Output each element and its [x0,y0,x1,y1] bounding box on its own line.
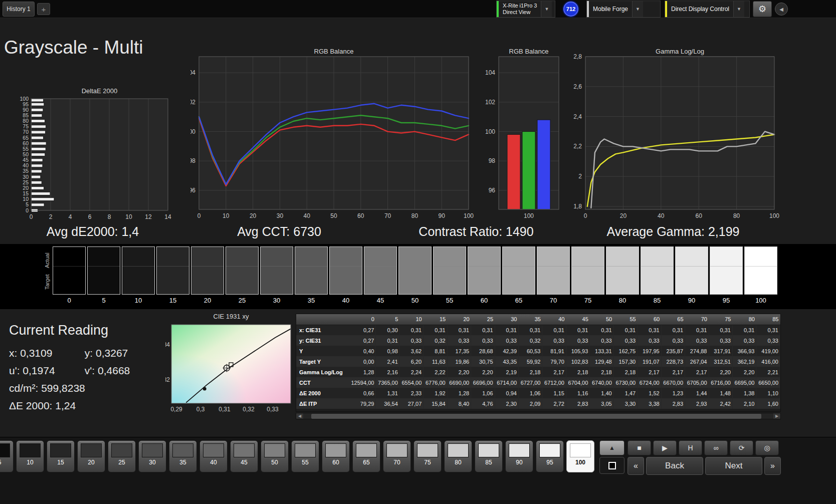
grayscale-swatch-strip: Actual Target 05101520253035404550556065… [0,244,836,309]
transport-refresh-button[interactable]: ⟳ [730,440,753,455]
pattern-button-50[interactable]: 50 [261,440,289,472]
swatch-level-label: 100 [744,297,777,304]
table-cell: 6695,00 [732,377,756,388]
table-cell: 6727,00 [519,377,542,388]
scrollbar-thumb[interactable] [311,414,761,419]
table-cell: 197,95 [638,346,661,356]
svg-text:20: 20 [250,212,257,219]
table-cell: 0,31 [756,325,780,335]
transport-continuous-button[interactable]: ∞ [704,440,728,455]
pattern-button-25[interactable]: 25 [108,440,136,472]
pattern-scroll-up-button[interactable]: ▲ [599,440,624,455]
actual-patch [399,247,431,267]
gray-swatch-75: 75 [571,246,604,304]
table-cell: 0,31 [399,325,423,335]
back-button[interactable]: Back [646,457,703,475]
collapse-button[interactable]: ◀ [775,3,788,16]
pattern-button-40[interactable]: 40 [199,440,228,472]
target-patch [261,267,293,294]
swatch-patch [156,246,189,295]
table-row: Gamma Log/Log1,282,162,242,222,202,202,1… [296,367,780,377]
table-cell: 6712,00 [542,377,566,388]
pattern-button-100[interactable]: 100 [566,440,594,472]
swatch-patch [226,246,259,295]
add-tab-button[interactable]: + [37,3,50,15]
gray-swatch-90: 90 [675,246,708,304]
target-patch [606,267,639,294]
svg-text:10: 10 [223,212,230,219]
pattern-button-85[interactable]: 85 [475,440,503,472]
table-cell: 0,31 [661,325,685,335]
source-selector[interactable]: Mobile Forge ▼ [586,1,661,18]
transport-stop-button[interactable]: ■ [628,440,651,455]
pattern-window-button[interactable] [599,457,624,474]
swatch-patch [675,246,708,295]
target-patch [572,267,604,294]
pattern-button-80[interactable]: 80 [444,440,472,472]
back-chevron-button[interactable]: « [628,457,644,475]
table-cell: 133,31 [590,346,613,356]
chevron-down-icon[interactable]: ▼ [632,1,643,17]
pattern-button-30[interactable]: 30 [138,440,166,472]
pattern-button-95[interactable]: 95 [536,440,564,472]
gray-swatch-55: 55 [433,246,466,304]
pattern-button-20[interactable]: 20 [77,440,105,472]
target-patch [157,267,189,294]
pattern-level-label: 40 [200,459,227,466]
swatch-level-label: 95 [710,297,743,304]
pattern-button-60[interactable]: 60 [322,440,350,472]
pattern-button-45[interactable]: 45 [230,440,258,472]
table-cell: 28,68 [471,346,495,356]
meter-count-badge: 712 [563,2,578,17]
chevron-down-icon[interactable]: ▼ [541,1,552,17]
chevron-down-icon[interactable]: ▼ [733,1,744,17]
svg-text:50: 50 [330,212,337,219]
next-button[interactable]: Next [705,457,762,475]
next-chevron-button[interactable]: » [764,457,781,475]
display-control-name: Direct Display Control [671,6,729,13]
table-cell: 2,72 [542,398,566,409]
table-cell: 1,23 [661,388,685,398]
display-control-selector[interactable]: Direct Display Control ▼ [665,1,750,18]
table-cell: 162,75 [613,346,637,356]
scroll-left-button[interactable]: ◀ [296,413,303,419]
table-scrollbar[interactable]: ◀ ▶ [296,413,781,419]
pattern-swatch [356,443,377,457]
table-cell: 0,31 [376,335,399,346]
pattern-button-90[interactable]: 90 [505,440,533,472]
pattern-button-5[interactable]: 5 [0,440,14,472]
svg-text:100: 100 [769,212,779,219]
swatch-patch [295,246,328,295]
pattern-swatch [264,443,285,457]
swatch-level-label: 80 [606,297,639,304]
pattern-button-75[interactable]: 75 [413,440,442,472]
settings-button[interactable]: ⚙ [753,1,772,17]
continuous-icon: ∞ [714,444,719,452]
meter-selector[interactable]: X-Rite i1Pro 3 Direct View ▼ [496,1,555,18]
scroll-right-button[interactable]: ▶ [773,413,780,419]
target-patch [330,267,362,294]
table-cell: 2,18 [519,367,542,377]
gray-swatch-65: 65 [502,246,535,304]
table-cell: 6716,00 [709,377,732,388]
transport-target-button[interactable]: ◎ [755,440,779,455]
pattern-button-65[interactable]: 65 [352,440,380,472]
pattern-button-35[interactable]: 35 [169,440,197,472]
table-cell: 0,40 [351,346,375,356]
svg-text:96: 96 [489,187,496,194]
pattern-level-label: 85 [475,459,502,466]
rgb-balance-bar-chart: 1041021009896100RGB Balance [476,47,565,225]
transport-hold-button[interactable]: H [679,440,702,455]
table-cell: 2,18 [590,367,613,377]
swatch-patch [710,246,743,295]
history-tab[interactable]: History 1 [3,2,35,17]
pattern-button-55[interactable]: 55 [291,440,319,472]
reading-x: x: 0,3109 [9,347,82,359]
table-cell: 2,17 [542,367,566,377]
table-row: y: CIE310,270,310,330,320,330,330,330,32… [296,335,780,346]
transport-play-button[interactable]: ▶ [653,440,677,455]
pattern-button-10[interactable]: 10 [16,440,44,472]
pattern-button-70[interactable]: 70 [383,440,411,472]
pattern-button-15[interactable]: 15 [47,440,75,472]
reading-deltae: ΔE 2000: 1,24 [9,400,130,412]
